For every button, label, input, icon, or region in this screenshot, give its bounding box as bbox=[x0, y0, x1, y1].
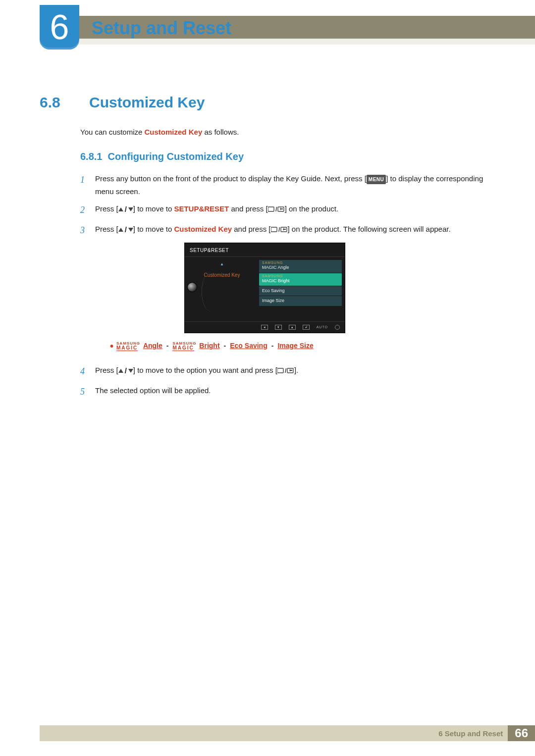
osd-back-icon: ◂ bbox=[261, 325, 268, 330]
up-down-icon: / bbox=[118, 364, 133, 377]
chapter-title: Setup and Reset bbox=[92, 18, 231, 39]
osd-option: SAMSUNGMAGIC Angle bbox=[259, 260, 342, 272]
footer-text: 6 Setup and Reset bbox=[438, 729, 508, 738]
up-down-icon: / bbox=[118, 223, 133, 236]
section-title: Customized Key bbox=[89, 94, 205, 111]
osd-left-pane: ▲ Customized Key bbox=[185, 257, 259, 321]
step-5-text: The selected option will be applied. bbox=[95, 384, 211, 400]
bullet-icon: • bbox=[110, 341, 113, 351]
footer-page-number: 66 bbox=[508, 725, 535, 741]
chapter-number-badge: 6 bbox=[40, 5, 79, 50]
osd-option: Image Size bbox=[259, 296, 342, 305]
svg-rect-6 bbox=[277, 368, 283, 373]
intro-text: You can customize Customized Key as foll… bbox=[80, 126, 493, 138]
svg-text:/: / bbox=[278, 227, 280, 233]
osd-left-item: Customized Key bbox=[188, 271, 256, 279]
menu-icon: MENU bbox=[367, 175, 386, 184]
osd-down-icon: ▾ bbox=[275, 325, 282, 330]
osd-right-pane: SAMSUNGMAGIC Angle SAMSUNGMAGIC Bright E… bbox=[259, 257, 345, 321]
up-down-icon: / bbox=[118, 203, 133, 216]
osd-option-selected: SAMSUNGMAGIC Bright bbox=[259, 273, 342, 286]
samsung-magic-logo: SAMSUNG MAGIC bbox=[116, 342, 140, 351]
step-3-text: Press [/] to move to Customized Key and … bbox=[95, 223, 451, 359]
section-number: 6.8 bbox=[40, 94, 74, 111]
step-2: 2 Press [/] to move to SETUP&RESET and p… bbox=[80, 202, 493, 218]
enter-icon: / bbox=[271, 225, 288, 233]
subsection-title: Configuring Customized Key bbox=[108, 151, 244, 162]
osd-option: Eco Saving bbox=[259, 286, 342, 296]
svg-rect-0 bbox=[268, 207, 274, 211]
option-angle: Angle bbox=[143, 340, 162, 352]
osd-dial-icon bbox=[188, 283, 197, 292]
svg-text:/: / bbox=[275, 206, 277, 212]
intro-post: as follows. bbox=[202, 128, 239, 136]
options-summary: • SAMSUNG MAGIC Angle - SAMSUNG MAGIC Br… bbox=[110, 340, 451, 352]
step-1-num: 1 bbox=[80, 172, 89, 198]
osd-power-icon bbox=[335, 325, 340, 330]
step-1-text: Press any button on the front of the pro… bbox=[95, 172, 493, 198]
step-3: 3 Press [/] to move to Customized Key an… bbox=[80, 223, 493, 359]
step-2-num: 2 bbox=[80, 202, 89, 218]
step-3-num: 3 bbox=[80, 223, 89, 359]
step-4-text: Press [/] to move to the option you want… bbox=[95, 364, 298, 379]
svg-text:/: / bbox=[285, 368, 287, 374]
intro-highlight: Customized Key bbox=[145, 128, 203, 136]
samsung-magic-logo: SAMSUNG MAGIC bbox=[172, 342, 196, 351]
intro-pre: You can customize bbox=[80, 128, 145, 136]
step-2-hl: SETUP&RESET bbox=[174, 204, 229, 213]
step-1: 1 Press any button on the front of the p… bbox=[80, 172, 493, 198]
steps-list: 1 Press any button on the front of the p… bbox=[80, 172, 493, 404]
step-5-num: 5 bbox=[80, 384, 89, 400]
osd-up-icon: ▴ bbox=[289, 325, 296, 330]
osd-arc-icon bbox=[202, 272, 219, 311]
osd-footer: ◂ ▾ ▴ ↲ AUTO bbox=[185, 321, 345, 333]
step-3-hl: Customized Key bbox=[174, 225, 232, 233]
osd-up-indicator-icon: ▲ bbox=[188, 261, 256, 268]
footer-band: 6 Setup and Reset 66 bbox=[40, 725, 535, 741]
subsection-heading: 6.8.1 Configuring Customized Key bbox=[80, 151, 244, 162]
option-image-size: Image Size bbox=[277, 340, 313, 352]
enter-icon: / bbox=[268, 204, 285, 213]
step-2-text: Press [/] to move to SETUP&RESET and pre… bbox=[95, 202, 338, 218]
subsection-number: 6.8.1 bbox=[80, 151, 102, 162]
step-4-num: 4 bbox=[80, 364, 89, 379]
step-4: 4 Press [/] to move to the option you wa… bbox=[80, 364, 493, 379]
step-5: 5 The selected option will be applied. bbox=[80, 384, 493, 400]
osd-auto-label: AUTO bbox=[317, 324, 328, 330]
svg-rect-3 bbox=[271, 227, 277, 232]
osd-header: SETUP&RESET bbox=[185, 243, 345, 257]
osd-screenshot: SETUP&RESET ▲ Customized Key SAMSUNGMAGI… bbox=[184, 243, 345, 333]
option-eco: Eco Saving bbox=[230, 340, 267, 352]
enter-icon: / bbox=[277, 366, 294, 374]
option-bright: Bright bbox=[199, 340, 219, 352]
section-heading: 6.8 Customized Key bbox=[40, 94, 493, 111]
osd-enter-icon: ↲ bbox=[303, 325, 310, 330]
